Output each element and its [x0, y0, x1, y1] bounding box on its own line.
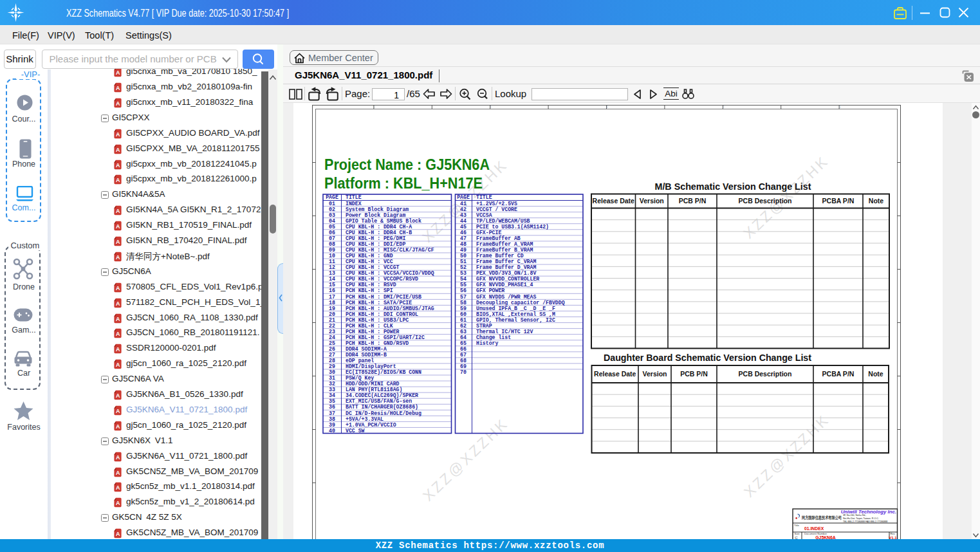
svg-text:41: 41	[460, 201, 467, 207]
svg-text:58: 58	[460, 300, 467, 306]
svg-text:A: A	[116, 285, 120, 291]
svg-text:42: 42	[460, 207, 467, 212]
svg-text:4: 4	[490, 106, 492, 109]
svg-text:A: A	[116, 239, 120, 245]
svg-text:PCH KBL-H : CLK: PCH KBL-H : CLK	[346, 323, 393, 329]
svg-text:46: 46	[460, 230, 467, 235]
svg-text:39: 39	[329, 422, 335, 428]
svg-text:System Block Diagram: System Block Diagram	[346, 207, 409, 212]
svg-text:A: A	[116, 392, 120, 399]
svg-text:05: 05	[329, 224, 335, 230]
svg-text:A: A	[116, 147, 120, 153]
svg-text:20: 20	[329, 311, 335, 317]
svg-text:A: A	[116, 254, 120, 261]
svg-text:CPU KBL-H : PEG/DMI: CPU KBL-H : PEG/DMI	[346, 235, 405, 241]
svg-text:33: 33	[329, 387, 335, 392]
svg-text:PAGE: PAGE	[457, 194, 470, 200]
svg-text:34: 34	[329, 392, 335, 398]
svg-text:A: A	[116, 470, 120, 476]
svg-text:Release Date: Release Date	[593, 197, 635, 205]
svg-text:47: 47	[460, 235, 467, 241]
svg-text:18: 18	[329, 300, 335, 306]
svg-text:5: 5	[373, 106, 375, 109]
svg-text:62: 62	[460, 323, 467, 329]
svg-text:08: 08	[329, 241, 335, 247]
svg-text:Rev: Rev	[891, 532, 896, 535]
svg-text:PSW/Q Key: PSW/Q Key	[346, 375, 374, 381]
svg-text:A: A	[116, 531, 120, 537]
svg-text:A: A	[116, 223, 120, 230]
svg-text:PCH KBL-H : GSPI/UART/I2C: PCH KBL-H : GSPI/UART/I2C	[346, 335, 425, 340]
svg-text:A: A	[116, 85, 120, 91]
svg-text:FrameBuffer B_VRAM: FrameBuffer B_VRAM	[476, 247, 533, 253]
svg-text:31: 31	[329, 375, 335, 381]
svg-text:EC(IT8528E)/BIOS/KB CONN: EC(IT8528E)/BIOS/KB CONN	[346, 369, 421, 375]
svg-text:PCH KBL-H : SPI: PCH KBL-H : SPI	[346, 288, 393, 293]
svg-text:54: 54	[460, 276, 467, 282]
svg-text:TEL:886-2-77186888 FAX:88: TEL:886-2-77186888 FAX:886-2-77186888	[843, 520, 887, 523]
svg-text:02: 02	[329, 207, 335, 212]
svg-text:43: 43	[460, 212, 467, 218]
svg-text:Frame Buffer CD: Frame Buffer CD	[476, 253, 524, 259]
svg-text:VCC SW: VCC SW	[346, 428, 365, 434]
svg-text:13: 13	[329, 270, 335, 276]
svg-text:67: 67	[460, 352, 467, 358]
svg-text:INDEX: INDEX	[346, 201, 362, 207]
svg-text:A: A	[116, 69, 120, 76]
svg-text:A: A	[116, 454, 120, 461]
svg-text:29: 29	[329, 363, 335, 369]
svg-text:44: 44	[460, 218, 467, 224]
svg-text:PCIE to USB3.1(ASM1142): PCIE to USB3.1(ASM1142)	[476, 224, 549, 230]
svg-text:3F, No.240, Neihu Rd.,: 3F, No.240, Neihu Rd.,	[843, 514, 866, 517]
svg-text:STRAP: STRAP	[476, 323, 492, 329]
svg-text:68: 68	[460, 358, 467, 363]
svg-text:37: 37	[329, 410, 335, 416]
svg-text:Thermal IC/HTC 12V: Thermal IC/HTC 12V	[476, 329, 533, 335]
svg-text:40: 40	[329, 428, 335, 434]
svg-text:PCH KBL-H : AUDIO/SMBUS/JTAG: PCH KBL-H : AUDIO/SMBUS/JTAG	[346, 306, 434, 311]
svg-text:LAN PHY(RTL8118AG): LAN PHY(RTL8118AG)	[346, 387, 402, 392]
svg-text:A: A	[116, 408, 120, 414]
svg-text:A: A	[116, 423, 120, 430]
svg-text:CPU KBL-H : VCCSA/VCCIO/VDDQ: CPU KBL-H : VCCSA/VCCIO/VDDQ	[346, 270, 434, 276]
svg-text:Project Name : GJ5KN6A: Project Name : GJ5KN6A	[324, 156, 490, 173]
svg-text:+5VA/+3.3VAL: +5VA/+3.3VAL	[346, 416, 384, 422]
svg-text:HDMI/DisplayPort: HDMI/DisplayPort	[346, 363, 396, 369]
svg-text:25: 25	[329, 340, 335, 346]
svg-text:History: History	[476, 340, 498, 346]
svg-text:同方国际信息技术有限公司: 同方国际信息技术有限公司	[802, 515, 842, 520]
svg-text:64: 64	[460, 335, 467, 340]
svg-text:A: A	[116, 300, 120, 307]
svg-text:BIOS,XTAL ,External SS ,M: BIOS,XTAL ,External SS ,M	[476, 311, 555, 317]
svg-text:09: 09	[329, 247, 335, 253]
svg-text:36: 36	[329, 404, 335, 410]
svg-text:17: 17	[329, 294, 335, 300]
svg-text:Nei-Hu Dist. Taipei, Taiwan: Nei-Hu Dist. Taipei, Taiwan. R.O.C.	[843, 517, 879, 520]
svg-text:48: 48	[460, 241, 467, 247]
svg-text:52: 52	[460, 264, 467, 270]
svg-text:A: A	[116, 100, 120, 107]
svg-text:CPU KBL-H : RSVD: CPU KBL-H : RSVD	[346, 282, 396, 288]
svg-text:Power Block Diagram: Power Block Diagram	[346, 212, 405, 218]
svg-text:A: A	[116, 331, 120, 338]
svg-text:2: 2	[723, 106, 725, 109]
svg-text:GPIO, Thermal Sensor, I2C: GPIO, Thermal Sensor, I2C	[476, 317, 555, 323]
svg-text:A: A	[116, 347, 120, 353]
svg-text:45: 45	[460, 224, 467, 230]
svg-text:57: 57	[460, 294, 467, 300]
svg-text:TITLE: TITLE	[476, 194, 492, 200]
svg-text:CPU KBL-H : DDI/EDP: CPU KBL-H : DDI/EDP	[346, 241, 405, 247]
svg-text:51: 51	[460, 259, 467, 264]
svg-text:PCH KBL-H : DDI CONTROL: PCH KBL-H : DDI CONTROL	[346, 311, 418, 317]
svg-text:11: 11	[329, 259, 335, 264]
svg-text:23: 23	[329, 329, 335, 335]
svg-text:GPIO Table & SMBUS Block: GPIO Table & SMBUS Block	[346, 218, 421, 224]
svg-text:06: 06	[329, 230, 335, 235]
svg-text:55: 55	[460, 282, 467, 288]
svg-text:Change list: Change list	[476, 335, 511, 340]
svg-text:PCH KBL-H : GND/RSVD: PCH KBL-H : GND/RSVD	[346, 340, 409, 346]
svg-text:PCB Description: PCB Description	[739, 197, 792, 205]
svg-text:eDP panel: eDP panel	[346, 358, 374, 363]
svg-text:PCBA P/N: PCBA P/N	[822, 370, 855, 378]
svg-text:10: 10	[329, 253, 335, 259]
